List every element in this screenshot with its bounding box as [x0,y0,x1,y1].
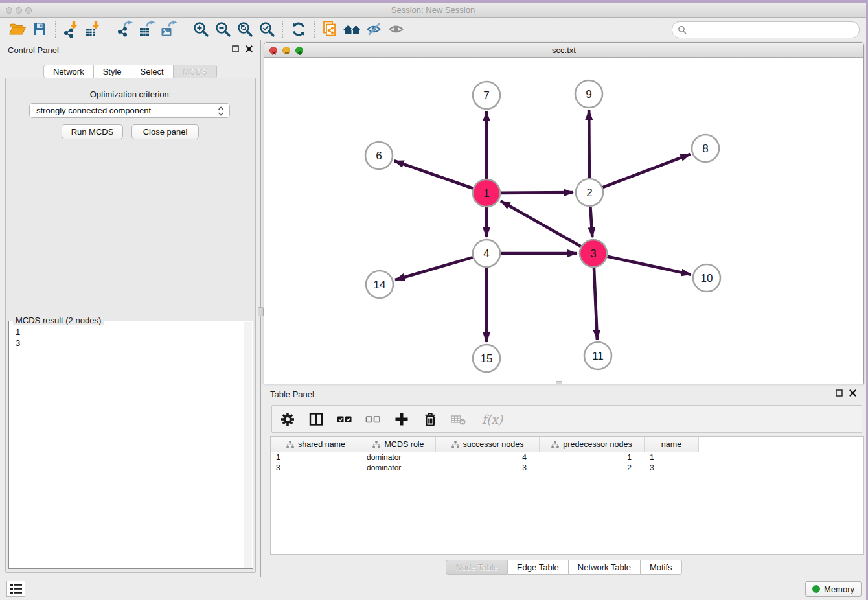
tab-motifs[interactable]: Motifs [641,560,682,575]
function-builder-button-disabled[interactable]: f(x) [478,410,507,429]
criterion-select[interactable]: strongly connected component [29,103,230,118]
show-all-button[interactable] [385,19,407,39]
node-14[interactable]: 14 [366,271,393,298]
node-10[interactable]: 10 [693,264,720,292]
column-header-name[interactable]: name [645,437,699,452]
zoom-selected-icon [258,21,275,38]
delete-table-icon [450,411,467,427]
edge-2-8[interactable] [603,154,691,187]
select-all-button[interactable] [336,410,354,429]
eye-icon [387,21,405,38]
node-8[interactable]: 8 [692,135,719,162]
edge-1-6[interactable] [394,161,474,188]
edge-1-2[interactable] [501,192,573,193]
table-panel: Table Panel [264,386,864,577]
open-session-button[interactable] [6,19,29,39]
delete-table-button-disabled[interactable] [450,410,468,429]
column-header-successor-nodes[interactable]: successor nodes [436,437,540,452]
edge-3-1[interactable] [501,201,581,246]
save-session-button[interactable] [29,19,51,39]
result-scrollbar[interactable] [244,322,252,568]
float-panel-icon[interactable] [836,389,843,397]
refresh-button[interactable] [288,19,310,39]
tab-network-table[interactable]: Network Table [569,560,641,575]
vertical-splitter-handle[interactable] [258,307,264,316]
zoom-in-button[interactable] [190,19,212,39]
tab-mcds[interactable]: MCDS [174,65,217,78]
tab-node-table[interactable]: Node Table [446,560,508,575]
export-image-button[interactable] [158,19,180,39]
column-type-icon [372,441,380,448]
node-3[interactable]: 3 [580,240,607,267]
task-history-button[interactable] [6,581,25,597]
run-mcds-button[interactable]: Run MCDS [62,124,123,139]
task-list-icon [10,583,23,594]
node-1[interactable]: 1 [473,179,500,207]
column-type-icon [551,441,559,448]
node-2[interactable]: 2 [576,179,603,206]
edge-2-9[interactable] [589,110,589,178]
tab-style[interactable]: Style [94,65,131,78]
horizontal-splitter-handle[interactable] [556,381,562,384]
houses-icon [343,21,362,38]
edge-3-10[interactable] [607,257,691,275]
edge-3-11[interactable] [594,268,597,340]
table-row[interactable]: 3dominator323 [271,463,863,473]
svg-text:7: 7 [483,89,489,102]
column-header-predecessor-nodes[interactable]: predecessor nodes [540,437,645,452]
edge-2-3[interactable] [590,207,592,237]
close-panel-button[interactable]: Close panel [131,124,199,139]
tab-network[interactable]: Network [43,65,94,78]
mcds-result-box: MCDS result (2 nodes) 13 [8,321,253,569]
edge-4-14[interactable] [395,257,473,280]
unchecked-boxes-icon [365,411,382,427]
table-cell: dominator [361,463,436,473]
network-document-icon [321,20,339,38]
node-6[interactable]: 6 [365,142,393,169]
node-7[interactable]: 7 [473,82,500,109]
status-bar: Memory [0,577,866,600]
import-table-button[interactable] [82,19,104,39]
show-columns-button[interactable] [307,410,325,429]
float-panel-icon[interactable] [232,45,239,52]
columns-icon [308,411,324,427]
first-neighbors-button[interactable] [341,19,363,39]
zoom-out-button[interactable] [212,19,234,39]
close-panel-icon[interactable] [849,389,856,397]
export-table-button[interactable] [136,19,158,39]
svg-text:10: 10 [701,272,713,284]
app-window: Session: New Session [0,3,866,600]
column-header-shared-name[interactable]: shared name [271,437,361,452]
node-9[interactable]: 9 [575,80,602,108]
app-title: Session: New Session [0,5,866,15]
export-network-button[interactable] [114,19,136,39]
table-settings-button[interactable] [279,410,297,429]
network-canvas[interactable]: 7968124314101511 [264,58,863,384]
tab-select[interactable]: Select [131,65,174,78]
node-table-header: shared nameMCDS rolesuccessor nodesprede… [271,437,863,452]
search-input[interactable] [672,21,860,38]
node-15[interactable]: 15 [473,345,500,372]
svg-text:14: 14 [374,279,386,291]
tab-edge-table[interactable]: Edge Table [508,560,569,575]
node-table-rows: 1dominator4113dominator323 [271,452,863,473]
table-row[interactable]: 1dominator411 [271,452,863,463]
import-network-button[interactable] [60,19,82,39]
table-cell: 1 [540,452,645,463]
zoom-fit-button[interactable] [234,19,256,39]
export-network-icon [116,20,134,38]
close-panel-icon[interactable] [246,45,253,52]
table-cell: 3 [436,463,540,473]
node-4[interactable]: 4 [473,240,500,267]
deselect-all-button[interactable] [364,410,382,429]
memory-button[interactable]: Memory [805,581,862,597]
new-network-from-selection-button[interactable] [319,19,341,39]
node-11[interactable]: 11 [584,342,611,369]
column-header-MCDS-role[interactable]: MCDS role [361,437,436,452]
add-column-button[interactable] [393,410,411,429]
zoom-selected-button[interactable] [256,19,278,39]
plus-icon [394,411,409,427]
result-line: 3 [16,338,246,349]
delete-column-button[interactable] [421,410,439,429]
hide-selected-button[interactable] [363,19,385,39]
